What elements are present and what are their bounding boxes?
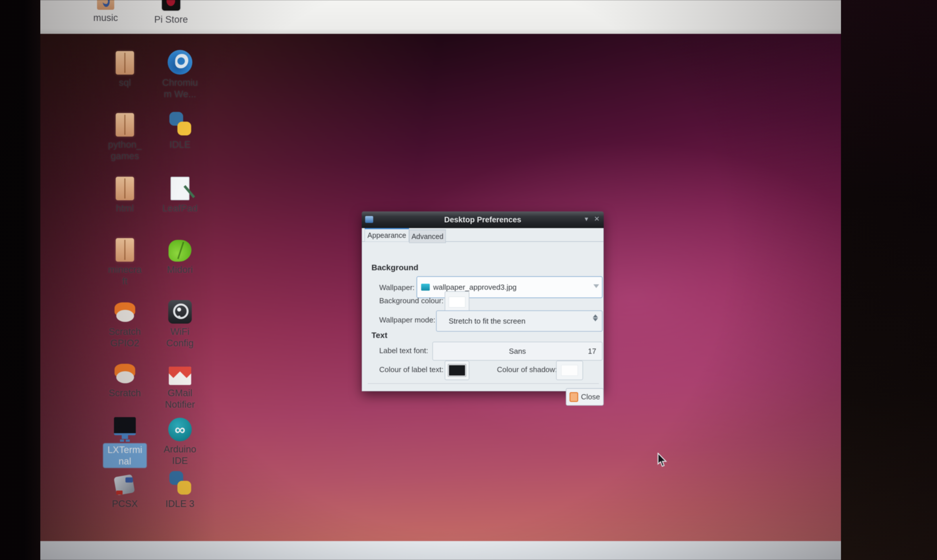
scratch-cat-icon <box>113 364 137 385</box>
section-text: Text <box>371 331 388 340</box>
desktop-icon-label: python_ games <box>98 139 152 162</box>
font-name: Sans <box>509 347 526 356</box>
lxterminal-icon <box>113 417 137 441</box>
minimize-icon[interactable]: ▾ <box>585 215 588 223</box>
background-colour-label: Background colour: <box>379 296 444 305</box>
shadow-colour-swatch <box>561 365 578 376</box>
desktop-icon-minecraft[interactable]: minecra ft <box>98 235 152 287</box>
shadow-colour-button[interactable] <box>556 361 583 380</box>
tab-appearance[interactable]: Appearance <box>365 228 409 242</box>
desktop-icon-label: Midori <box>153 264 207 275</box>
background-colour-button[interactable] <box>445 291 469 313</box>
desktop-icon-chromium[interactable]: Chromiu m We... <box>153 48 207 100</box>
dialog-titlebar[interactable]: Desktop Preferences ▾ ✕ <box>362 211 604 228</box>
desktop-icon-label: Scratch GPIO2 <box>98 326 152 349</box>
desktop-icon-python-games[interactable]: python_ games <box>98 110 152 162</box>
desktop-icon-gmail-notifier[interactable]: GMail Notifier <box>153 358 207 410</box>
desktop-icon-lxterminal[interactable]: LXTermi nal <box>98 415 152 468</box>
tab-advanced[interactable]: Advanced <box>409 229 446 243</box>
desktop-icon-label: Arduino IDE <box>153 443 207 466</box>
desktop-icon-label: GMail Notifier <box>153 387 207 410</box>
file-dropdown-icon[interactable] <box>593 284 599 288</box>
desktop-icon-label: html <box>98 203 152 214</box>
midori-icon <box>168 240 191 262</box>
desktop-preferences-dialog: Desktop Preferences ▾ ✕ Appearance Advan… <box>362 211 604 391</box>
desktop-icon-arduino-ide[interactable]: ∞ Arduino IDE <box>153 415 207 466</box>
label-text-font-label: Label text font: <box>379 346 428 355</box>
pcsx-icon <box>114 474 136 496</box>
gmail-envelope-icon <box>169 367 191 385</box>
desktop-icon-scratch-gpio2[interactable]: Scratch GPIO2 <box>98 297 152 349</box>
dialog-separator <box>368 383 599 384</box>
font-size: 17 <box>588 347 596 356</box>
taskbar[interactable] <box>40 541 841 560</box>
desktop-icon-midori[interactable]: Midori <box>153 235 207 275</box>
label-text-colour-swatch <box>448 365 466 376</box>
python-icon <box>168 471 192 496</box>
wifi-config-icon <box>168 300 192 324</box>
scratch-cat-icon <box>113 302 137 324</box>
wallpaper-mode-select[interactable]: Stretch to fit the screen <box>436 311 603 332</box>
folder-icon <box>116 238 134 262</box>
folder-icon <box>116 51 134 75</box>
dialog-body: Appearance Advanced Background Wallpaper… <box>362 228 604 391</box>
leafpad-icon <box>171 177 190 200</box>
folder-icon <box>116 113 134 137</box>
desktop-icon-pcsx[interactable]: PCSX <box>98 469 152 509</box>
folder-icon <box>116 177 134 200</box>
label-text-colour-button[interactable] <box>445 361 469 380</box>
pi-store-icon <box>161 0 181 11</box>
python-icon <box>168 112 192 137</box>
desktop-icon-pi-store[interactable]: Pi Store <box>144 0 198 25</box>
desktop-icon-label-selected: LXTermi nal <box>103 443 146 468</box>
desktop-icon-label: Chromiu m We... <box>153 77 207 100</box>
desktop-icon-label: sql <box>98 77 152 88</box>
chromium-icon <box>168 50 192 75</box>
wallpaper-mode-value: Stretch to fit the screen <box>449 317 526 326</box>
desktop-icon-html[interactable]: html <box>98 174 152 214</box>
music-folder-icon <box>97 0 114 10</box>
desktop-icon-label: WiFi Config <box>153 326 207 349</box>
mouse-cursor <box>657 453 669 469</box>
desktop-screen: music Pi Store sql python_ games html mi… <box>40 0 841 560</box>
desktop-icon-label: Scratch <box>98 387 152 399</box>
monitor-bezel-left <box>0 0 40 560</box>
arduino-icon: ∞ <box>168 418 192 441</box>
desktop-icon-label: IDLE <box>153 139 207 150</box>
close-window-icon[interactable]: ✕ <box>594 215 600 223</box>
desktop-icon-scratch[interactable]: Scratch <box>98 358 152 399</box>
colour-of-shadow-label: Colour of shadow: <box>497 365 557 374</box>
colour-of-label-text-label: Colour of label text: <box>379 365 444 374</box>
desktop-icon-wifi-config[interactable]: WiFi Config <box>153 297 207 349</box>
desktop-icon-idle3[interactable]: IDLE 3 <box>153 469 207 509</box>
label-text-font-button[interactable]: Sans 17 <box>432 342 603 361</box>
spinner-arrows-icon[interactable] <box>593 314 598 321</box>
close-button-label: Close <box>581 392 600 402</box>
close-button-icon <box>570 392 578 402</box>
desktop-icon-label: minecra ft <box>98 264 152 287</box>
desktop-icon-label: LeafPad <box>153 203 207 214</box>
monitor-bezel-right <box>841 0 937 560</box>
window-icon <box>365 216 373 223</box>
monitor-photo: music Pi Store sql python_ games html mi… <box>0 0 937 560</box>
wallpaper-file-value: wallpaper_approved3.jpg <box>433 283 517 292</box>
wallpaper-label: Wallpaper: <box>379 283 415 292</box>
desktop-icon-label: PCSX <box>98 498 152 509</box>
desktop-icon-leafpad[interactable]: LeafPad <box>153 174 207 214</box>
background-colour-swatch <box>449 297 465 308</box>
desktop-icon-label: Pi Store <box>144 14 198 25</box>
desktop-icon-label: IDLE 3 <box>153 498 207 509</box>
image-file-icon <box>421 284 430 291</box>
desktop-icon-label: music <box>79 12 133 23</box>
close-button[interactable]: Close <box>566 388 604 406</box>
desktop-icon-music[interactable]: music <box>79 0 133 23</box>
wallpaper-mode-label: Wallpaper mode: <box>379 315 436 325</box>
desktop-icon-idle[interactable]: IDLE <box>153 110 207 150</box>
desktop-icon-sql[interactable]: sql <box>98 48 152 88</box>
section-background: Background <box>371 263 418 272</box>
dialog-title: Desktop Preferences <box>362 215 604 225</box>
desktop-top-strip: music Pi Store <box>40 0 841 34</box>
